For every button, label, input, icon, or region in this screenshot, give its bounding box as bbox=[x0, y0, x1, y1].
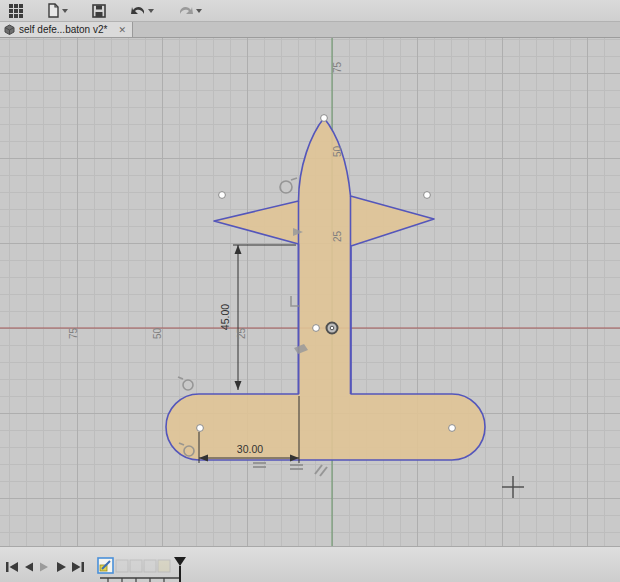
sketch-canvas[interactable]: 45.00 30.00 bbox=[0, 38, 620, 546]
equal-icon bbox=[253, 463, 266, 467]
document-tab[interactable]: self defe...baton v2* ✕ bbox=[0, 22, 133, 37]
dimension-30-label: 30.00 bbox=[237, 443, 263, 455]
save-icon bbox=[92, 4, 106, 18]
app-grid-icon bbox=[9, 4, 23, 18]
origin-point[interactable] bbox=[327, 323, 338, 334]
redo-button[interactable] bbox=[175, 1, 205, 21]
timeline-skip-end-button[interactable] bbox=[70, 559, 86, 575]
x-axis-tick-label: 50 bbox=[152, 328, 163, 339]
document-tab-title: self defe...baton v2* bbox=[19, 24, 112, 35]
sketch-point[interactable] bbox=[321, 115, 328, 122]
timeline-track[interactable] bbox=[92, 555, 212, 582]
application-window: self defe...baton v2* ✕ 45.00 bbox=[0, 0, 620, 582]
chevron-down-icon bbox=[62, 9, 68, 13]
equal-icon bbox=[290, 465, 303, 469]
y-axis-tick-label: 50 bbox=[332, 146, 343, 157]
x-axis-tick-label: 75 bbox=[68, 328, 79, 339]
dimension-45-label: 45.00 bbox=[219, 304, 231, 330]
timeline-step-back-button[interactable] bbox=[21, 559, 37, 575]
sketch-point[interactable] bbox=[219, 192, 226, 199]
timeline-step-forward-button[interactable] bbox=[36, 559, 52, 575]
file-icon bbox=[47, 3, 60, 18]
baton-profile[interactable] bbox=[166, 118, 485, 460]
redo-icon bbox=[178, 4, 194, 17]
crosshair-cursor bbox=[502, 476, 524, 498]
tab-close-button[interactable]: ✕ bbox=[116, 25, 128, 35]
chevron-down-icon bbox=[148, 9, 154, 13]
tangent-icon bbox=[178, 377, 193, 390]
file-menu-button[interactable] bbox=[44, 1, 71, 21]
y-axis-tick-label: 25 bbox=[332, 231, 343, 242]
undo-button[interactable] bbox=[127, 1, 157, 21]
app-menu-button[interactable] bbox=[6, 1, 26, 21]
tangent-icon bbox=[280, 178, 297, 193]
sketch-point[interactable] bbox=[424, 192, 431, 199]
y-axis-tick-label: 75 bbox=[332, 62, 343, 73]
feature-icon[interactable] bbox=[116, 560, 170, 572]
document-tab-bar: self defe...baton v2* ✕ bbox=[0, 22, 620, 38]
timeline-skip-start-button[interactable] bbox=[4, 559, 20, 575]
undo-icon bbox=[130, 4, 146, 17]
top-toolbar bbox=[0, 0, 620, 22]
timeline-bar bbox=[0, 546, 620, 582]
sketch-feature-icon[interactable] bbox=[98, 558, 113, 573]
save-button[interactable] bbox=[89, 1, 109, 21]
sketch-point[interactable] bbox=[449, 425, 456, 432]
document-cube-icon bbox=[4, 24, 15, 35]
dimension-45[interactable]: 45.00 bbox=[219, 245, 296, 390]
timeline-play-button[interactable] bbox=[53, 559, 69, 575]
x-axis-tick-label: 25 bbox=[236, 328, 247, 339]
sketch-point[interactable] bbox=[197, 425, 204, 432]
sketch-point[interactable] bbox=[313, 325, 320, 332]
chevron-down-icon bbox=[196, 9, 202, 13]
parallel-icon bbox=[315, 465, 327, 476]
